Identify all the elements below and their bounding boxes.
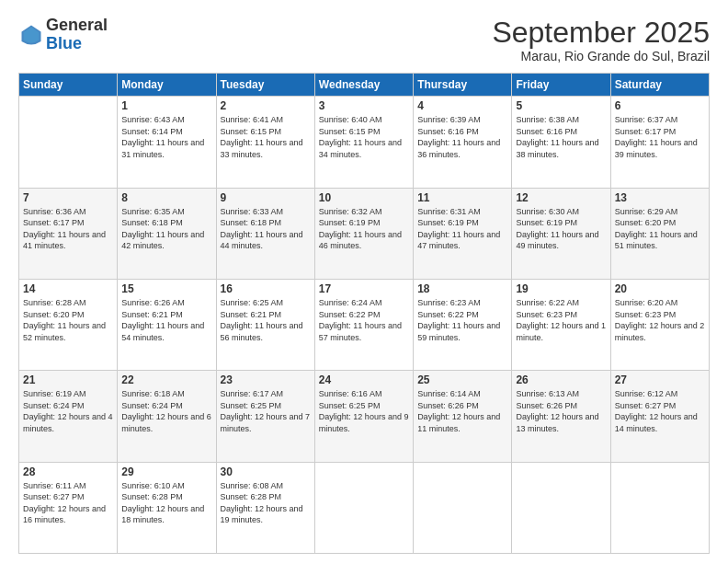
day-number: 16 xyxy=(221,282,311,295)
day-info: Sunrise: 6:17 AM Sunset: 6:25 PM Dayligh… xyxy=(221,388,311,434)
calendar-subtitle: Marau, Rio Grande do Sul, Brazil xyxy=(492,49,710,63)
calendar-week-row: 14Sunrise: 6:28 AM Sunset: 6:20 PM Dayli… xyxy=(19,279,710,370)
logo: General Blue xyxy=(18,17,108,53)
day-info: Sunrise: 6:20 AM Sunset: 6:23 PM Dayligh… xyxy=(615,297,705,343)
table-row: 6Sunrise: 6:37 AM Sunset: 6:17 PM Daylig… xyxy=(610,97,709,188)
day-number: 27 xyxy=(615,373,705,386)
table-row xyxy=(19,97,118,188)
day-number: 17 xyxy=(319,282,409,295)
day-number: 18 xyxy=(417,282,507,295)
day-info: Sunrise: 6:32 AM Sunset: 6:19 PM Dayligh… xyxy=(319,206,409,252)
day-number: 5 xyxy=(516,99,606,112)
table-row: 18Sunrise: 6:23 AM Sunset: 6:22 PM Dayli… xyxy=(414,279,512,370)
table-row: 4Sunrise: 6:39 AM Sunset: 6:16 PM Daylig… xyxy=(414,97,512,188)
table-row: 26Sunrise: 6:13 AM Sunset: 6:26 PM Dayli… xyxy=(512,371,610,462)
table-row: 25Sunrise: 6:14 AM Sunset: 6:26 PM Dayli… xyxy=(414,371,512,462)
day-number: 25 xyxy=(417,373,507,386)
day-info: Sunrise: 6:18 AM Sunset: 6:24 PM Dayligh… xyxy=(121,388,211,434)
day-number: 24 xyxy=(319,373,409,386)
col-tuesday: Tuesday xyxy=(216,74,314,97)
table-row: 8Sunrise: 6:35 AM Sunset: 6:18 PM Daylig… xyxy=(118,188,216,279)
table-row xyxy=(512,462,610,553)
table-row: 11Sunrise: 6:31 AM Sunset: 6:19 PM Dayli… xyxy=(414,188,512,279)
col-wednesday: Wednesday xyxy=(314,74,413,97)
logo-text: General Blue xyxy=(46,17,108,53)
col-friday: Friday xyxy=(512,74,610,97)
day-info: Sunrise: 6:41 AM Sunset: 6:15 PM Dayligh… xyxy=(221,114,311,160)
table-row: 20Sunrise: 6:20 AM Sunset: 6:23 PM Dayli… xyxy=(610,279,709,370)
day-number: 23 xyxy=(221,373,311,386)
header: General Blue September 2025 Marau, Rio G… xyxy=(18,17,710,63)
table-row: 17Sunrise: 6:24 AM Sunset: 6:22 PM Dayli… xyxy=(314,279,413,370)
day-number: 19 xyxy=(516,282,606,295)
day-number: 9 xyxy=(221,191,311,204)
day-info: Sunrise: 6:38 AM Sunset: 6:16 PM Dayligh… xyxy=(516,114,606,160)
day-info: Sunrise: 6:31 AM Sunset: 6:19 PM Dayligh… xyxy=(417,206,507,252)
day-number: 12 xyxy=(516,191,606,204)
day-number: 14 xyxy=(23,282,113,295)
calendar-title: September 2025 xyxy=(492,17,710,49)
calendar-week-row: 7Sunrise: 6:36 AM Sunset: 6:17 PM Daylig… xyxy=(19,188,710,279)
logo-icon xyxy=(18,22,44,48)
day-info: Sunrise: 6:33 AM Sunset: 6:18 PM Dayligh… xyxy=(221,206,311,252)
day-info: Sunrise: 6:13 AM Sunset: 6:26 PM Dayligh… xyxy=(516,388,606,434)
day-number: 6 xyxy=(615,99,705,112)
table-row xyxy=(414,462,512,553)
day-info: Sunrise: 6:29 AM Sunset: 6:20 PM Dayligh… xyxy=(615,206,705,252)
table-row: 13Sunrise: 6:29 AM Sunset: 6:20 PM Dayli… xyxy=(610,188,709,279)
col-sunday: Sunday xyxy=(19,74,118,97)
day-number: 21 xyxy=(23,373,113,386)
day-number: 20 xyxy=(615,282,705,295)
calendar-week-row: 28Sunrise: 6:11 AM Sunset: 6:27 PM Dayli… xyxy=(19,462,710,553)
day-info: Sunrise: 6:40 AM Sunset: 6:15 PM Dayligh… xyxy=(319,114,409,160)
table-row: 10Sunrise: 6:32 AM Sunset: 6:19 PM Dayli… xyxy=(314,188,413,279)
table-row: 12Sunrise: 6:30 AM Sunset: 6:19 PM Dayli… xyxy=(512,188,610,279)
table-row: 19Sunrise: 6:22 AM Sunset: 6:23 PM Dayli… xyxy=(512,279,610,370)
col-monday: Monday xyxy=(118,74,216,97)
table-row: 3Sunrise: 6:40 AM Sunset: 6:15 PM Daylig… xyxy=(314,97,413,188)
table-row xyxy=(610,462,709,553)
table-row xyxy=(314,462,413,553)
col-saturday: Saturday xyxy=(610,74,709,97)
day-info: Sunrise: 6:43 AM Sunset: 6:14 PM Dayligh… xyxy=(121,114,211,160)
table-row: 28Sunrise: 6:11 AM Sunset: 6:27 PM Dayli… xyxy=(19,462,118,553)
day-number: 22 xyxy=(121,373,211,386)
day-number: 11 xyxy=(417,191,507,204)
day-number: 7 xyxy=(23,191,113,204)
day-info: Sunrise: 6:26 AM Sunset: 6:21 PM Dayligh… xyxy=(121,297,211,343)
calendar-table: Sunday Monday Tuesday Wednesday Thursday… xyxy=(18,73,710,554)
day-number: 8 xyxy=(121,191,211,204)
day-info: Sunrise: 6:25 AM Sunset: 6:21 PM Dayligh… xyxy=(221,297,311,343)
table-row: 21Sunrise: 6:19 AM Sunset: 6:24 PM Dayli… xyxy=(19,371,118,462)
col-thursday: Thursday xyxy=(414,74,512,97)
day-info: Sunrise: 6:24 AM Sunset: 6:22 PM Dayligh… xyxy=(319,297,409,343)
day-number: 26 xyxy=(516,373,606,386)
day-info: Sunrise: 6:30 AM Sunset: 6:19 PM Dayligh… xyxy=(516,206,606,252)
table-row: 23Sunrise: 6:17 AM Sunset: 6:25 PM Dayli… xyxy=(216,371,314,462)
day-number: 2 xyxy=(221,99,311,112)
day-number: 10 xyxy=(319,191,409,204)
day-info: Sunrise: 6:08 AM Sunset: 6:28 PM Dayligh… xyxy=(221,480,311,526)
day-info: Sunrise: 6:35 AM Sunset: 6:18 PM Dayligh… xyxy=(121,206,211,252)
day-info: Sunrise: 6:10 AM Sunset: 6:28 PM Dayligh… xyxy=(121,480,211,526)
table-row: 1Sunrise: 6:43 AM Sunset: 6:14 PM Daylig… xyxy=(118,97,216,188)
table-row: 7Sunrise: 6:36 AM Sunset: 6:17 PM Daylig… xyxy=(19,188,118,279)
table-row: 14Sunrise: 6:28 AM Sunset: 6:20 PM Dayli… xyxy=(19,279,118,370)
day-info: Sunrise: 6:16 AM Sunset: 6:25 PM Dayligh… xyxy=(319,388,409,434)
table-row: 22Sunrise: 6:18 AM Sunset: 6:24 PM Dayli… xyxy=(118,371,216,462)
day-number: 3 xyxy=(319,99,409,112)
day-number: 15 xyxy=(121,282,211,295)
day-number: 28 xyxy=(23,465,113,478)
table-row: 2Sunrise: 6:41 AM Sunset: 6:15 PM Daylig… xyxy=(216,97,314,188)
day-number: 29 xyxy=(121,465,211,478)
table-row: 9Sunrise: 6:33 AM Sunset: 6:18 PM Daylig… xyxy=(216,188,314,279)
logo-blue-text: Blue xyxy=(46,35,108,53)
day-info: Sunrise: 6:22 AM Sunset: 6:23 PM Dayligh… xyxy=(516,297,606,343)
table-row: 29Sunrise: 6:10 AM Sunset: 6:28 PM Dayli… xyxy=(118,462,216,553)
day-info: Sunrise: 6:14 AM Sunset: 6:26 PM Dayligh… xyxy=(417,388,507,434)
calendar-header-row: Sunday Monday Tuesday Wednesday Thursday… xyxy=(19,74,710,97)
calendar-week-row: 21Sunrise: 6:19 AM Sunset: 6:24 PM Dayli… xyxy=(19,371,710,462)
day-info: Sunrise: 6:37 AM Sunset: 6:17 PM Dayligh… xyxy=(615,114,705,160)
table-row: 5Sunrise: 6:38 AM Sunset: 6:16 PM Daylig… xyxy=(512,97,610,188)
table-row: 30Sunrise: 6:08 AM Sunset: 6:28 PM Dayli… xyxy=(216,462,314,553)
